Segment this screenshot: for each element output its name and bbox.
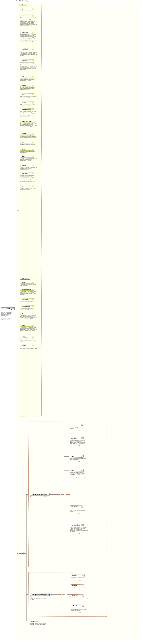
- attribute-desc: Indicates by which means the value was e…: [20, 78, 37, 81]
- attribute-name[interactable]: valuedatatype: [20, 288, 34, 290]
- attribute-desc: The directionality of textual content (e…: [20, 188, 37, 190]
- element-desc: A natural language definition of the sem…: [70, 440, 88, 444]
- attribute-desc: The date (and, optionally, the time) whe…: [20, 50, 37, 56]
- attr-howuri: howuriIndicates by which means the value…: [20, 84, 37, 90]
- concept-relationships-group[interactable]: ConceptRelationshipsGroup: [30, 593, 52, 596]
- element-desc: Represents the position of a concept in …: [70, 527, 88, 532]
- attribute-desc: If the property value is not defined, sp…: [20, 34, 37, 42]
- concept-definition-desc: A group of properties required to define…: [30, 496, 49, 499]
- attribute-desc: The datatype of the value attribute – it…: [20, 291, 37, 295]
- element-desc: In NAR 1.8 and later, facet is deprecate…: [70, 472, 88, 478]
- root-desc: Extension Property; the semantics are de…: [1, 310, 12, 320]
- attr-pubconstrainturi: pubconstrainturiOne or many constraints …: [20, 120, 37, 128]
- attributes-tag: attributes: [19, 4, 27, 6]
- attr-why: whyWhy the metadata has been included – …: [20, 94, 37, 98]
- attribute-desc: The type of the concept assigned as cont…: [20, 158, 37, 161]
- attribute-name[interactable]: id: [20, 8, 34, 10]
- attribute-desc: The type of the concept assigned as cont…: [20, 167, 37, 170]
- concept-relationships-desc: A group of properties required to indica…: [30, 596, 49, 600]
- attribute-desc: One or many constraints that apply to pu…: [20, 123, 37, 128]
- attribute-name[interactable]: validto: [20, 344, 34, 346]
- element-sameas: sameAs+0..∞An identifier of a concept wi…: [71, 574, 88, 580]
- element-box[interactable]: facet+: [70, 469, 84, 472]
- attr-reluri: reluriThe identifier of a concept defini…: [20, 324, 37, 331]
- attribute-desc: Specifies the language of this property …: [20, 175, 37, 182]
- attr-value: valueThe related value (see more in the …: [20, 281, 37, 286]
- attribute-desc: The related value (see more in the spec …: [20, 284, 37, 286]
- element-box[interactable]: related+: [71, 604, 84, 607]
- attribute-desc: If set to true the corresponding propert…: [20, 62, 37, 70]
- element-box[interactable]: sameAs+: [71, 574, 84, 577]
- element-desc: An identifier of a more generic concept.: [71, 588, 88, 588]
- attr-qcode: qcodeA concept identifier expressed as a…: [20, 132, 37, 138]
- attr-dir: dirThe directionality of textual content…: [20, 185, 37, 190]
- attribute-name[interactable]: qcode: [20, 132, 34, 134]
- attr-how: howIndicates by which means the value wa…: [20, 75, 37, 81]
- attr-custom: customIf set to true the corresponding p…: [20, 60, 37, 70]
- element-desc: Additional natural language information …: [70, 458, 88, 460]
- attribute-name[interactable]: pubconstraint: [20, 108, 34, 111]
- any-element[interactable]: any##other: [30, 620, 40, 622]
- element-box[interactable]: remoteInfo+: [70, 506, 84, 508]
- attribute-name[interactable]: creator: [20, 14, 34, 17]
- attr-xml-lang: xml:langSpecifies the language of this p…: [20, 172, 37, 182]
- attribute-name[interactable]: typeuri: [20, 164, 34, 167]
- attribute-desc: Indicates by which means the value was e…: [20, 87, 37, 90]
- attribute-name[interactable]: valueunituri: [20, 305, 34, 308]
- element-remoteinfo: remoteInfo+0..∞A link to an item or a we…: [70, 506, 88, 512]
- attribute-name[interactable]: type: [20, 155, 34, 158]
- sequence-def: [56, 493, 61, 496]
- attribute-name[interactable]: valueunit: [20, 298, 34, 301]
- attribute-name[interactable]: dir: [20, 185, 34, 188]
- element-desc: A natural language name for the concept.: [70, 427, 88, 429]
- attribute-name[interactable]: uri: [20, 141, 34, 144]
- attr-type: typeThe type of the concept assigned as …: [20, 155, 37, 161]
- attr-typeuri: typeuriThe type of the concept assigned …: [20, 164, 37, 170]
- attribute-name[interactable]: howuri: [20, 84, 34, 87]
- attribute-desc: Why the metadata has been included – exp…: [20, 96, 37, 98]
- diagram-canvas: Flex2ExtPropType headerExtProperty Exten…: [0, 0, 143, 644]
- attribute-name[interactable]: value: [20, 281, 34, 284]
- attribute-name[interactable]: creatoruri: [20, 31, 34, 34]
- any-attr: any##other: [20, 277, 30, 280]
- attr-pubconstraint: pubconstraintOne or many constraints tha…: [20, 108, 37, 117]
- attr-literal: literalA concept identifier expressed as…: [20, 148, 37, 153]
- attribute-desc: The date (and, optionally, the time) bef…: [20, 338, 37, 342]
- root-label: headerExtProperty: [2, 308, 15, 310]
- element-desc: A link to an item or a web resource whic…: [70, 508, 88, 512]
- any-element-row: any##other 0..∞ Extension point for prov…: [30, 620, 50, 625]
- attr-validfrom: validfromThe date (and, optionally, the …: [20, 336, 37, 342]
- attribute-name[interactable]: pubconstrainturi: [20, 120, 36, 123]
- attr-valueunituri: valueunituriThe unit of the value attrib…: [20, 305, 37, 310]
- element-box[interactable]: name+: [70, 424, 84, 426]
- attr-rel: relThe identifier of a concept defining …: [20, 312, 37, 320]
- attribute-name[interactable]: validfrom: [20, 336, 34, 338]
- concept-definition-group[interactable]: ConceptDefinitionGroup: [30, 493, 50, 496]
- attribute-name[interactable]: xml:lang: [20, 172, 34, 175]
- attribute-desc: The local identifier of the property.: [20, 10, 37, 12]
- attribute-name[interactable]: rel: [20, 312, 34, 315]
- attribute-desc: The identifier of a concept defining the…: [20, 327, 37, 331]
- attribute-desc: One or many constraints that apply to pu…: [20, 111, 37, 117]
- attribute-name[interactable]: whyuri: [20, 102, 34, 104]
- attribute-desc: The unit of the value attribute.: [20, 301, 37, 302]
- element-facet: facet+0..∞In NAR 1.8 and later, facet is…: [70, 469, 88, 478]
- attr-whyuri: whyuriWhy the metadata has been included…: [20, 102, 37, 106]
- attribute-name[interactable]: literal: [20, 148, 34, 151]
- element-desc: An identifier of a concept with equivale…: [71, 577, 88, 580]
- attribute-name[interactable]: modified: [20, 48, 34, 50]
- attr-creatoruri: creatoruriIf the property value is not d…: [20, 31, 37, 42]
- root-element[interactable]: headerExtProperty: [0, 307, 15, 310]
- attr-creator: creatorIf the property value is not defi…: [20, 14, 37, 26]
- element-box[interactable]: note+: [70, 455, 84, 458]
- attribute-name[interactable]: why: [20, 94, 34, 96]
- attribute-name[interactable]: how: [20, 75, 34, 78]
- element-box[interactable]: narrower+: [71, 594, 84, 597]
- attribute-name[interactable]: reluri: [20, 324, 34, 326]
- element-box[interactable]: definition+: [70, 437, 84, 440]
- element-box[interactable]: hierarchyInfo+: [70, 524, 84, 526]
- attribute-name[interactable]: custom: [20, 60, 34, 62]
- element-box[interactable]: broader+: [71, 584, 84, 587]
- any-attribute[interactable]: any##other: [20, 277, 30, 280]
- element-desc: An identifier of a more specific concept…: [71, 598, 88, 599]
